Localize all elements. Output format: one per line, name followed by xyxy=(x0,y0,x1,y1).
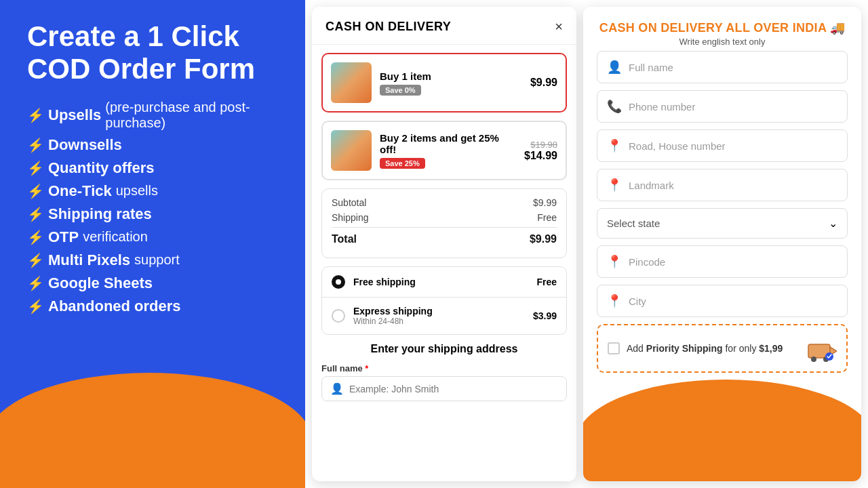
person-icon-right: 👤 xyxy=(607,60,622,75)
priority-shipping-box[interactable]: Add Priority Shipping for only $1,99 xyxy=(597,324,848,373)
product-image-2 xyxy=(331,130,372,171)
shipping-price-free: Free xyxy=(536,277,557,287)
bolt-icon: ⚡ xyxy=(27,107,44,123)
feature-otp: ⚡ OTP verification xyxy=(27,228,278,246)
field-road-placeholder: Road, House number xyxy=(629,140,726,152)
priority-icon xyxy=(807,333,837,363)
priority-bold: Priority Shipping xyxy=(646,343,723,354)
feature-quantity: ⚡ Quantity offers xyxy=(27,159,278,177)
save-badge-1: Save 0% xyxy=(380,85,421,96)
feature-downsells-label: Downsells xyxy=(48,136,122,154)
feature-upsells: ⚡ Upsells (pre-purchase and post-purchas… xyxy=(27,100,278,131)
bolt-icon-7: ⚡ xyxy=(27,252,44,268)
phone-icon: 📞 xyxy=(607,99,622,114)
total-value: $9.99 xyxy=(530,233,557,245)
shipping-price-express: $3.99 xyxy=(533,310,557,321)
bolt-icon-9: ⚡ xyxy=(27,298,44,314)
feature-onetick-label: One-Tick xyxy=(48,182,112,200)
full-name-input[interactable] xyxy=(349,384,558,394)
close-button[interactable]: × xyxy=(555,19,563,35)
bolt-icon-5: ⚡ xyxy=(27,206,44,222)
feature-abandoned: ⚡ Abandoned orders xyxy=(27,298,278,315)
bolt-icon-2: ⚡ xyxy=(27,137,44,153)
feature-quantity-label: Quantity offers xyxy=(48,159,154,177)
order-summary: Subtotal $9.99 Shipping Free Total $9.99 xyxy=(321,188,567,258)
shipping-label: Shipping xyxy=(332,212,369,223)
shipping-name-free: Free shipping xyxy=(353,277,528,287)
shipping-opt-express[interactable]: Express shipping Within 24-48h $3.99 xyxy=(322,298,566,334)
radio-free[interactable] xyxy=(332,275,345,289)
save-badge-2: Save 25% xyxy=(380,158,425,169)
full-name-input-wrapper[interactable]: 👤 xyxy=(321,376,567,401)
feature-pixels-label: Multi Pixels xyxy=(48,251,130,269)
feature-upsells-light: (pre-purchase and post-purchase) xyxy=(105,100,278,131)
state-select[interactable]: Select state ⌄ xyxy=(597,208,848,239)
feature-upsells-bold: Upsells xyxy=(48,106,101,124)
feature-sheets-label: Google Sheets xyxy=(48,274,153,292)
field-pincode[interactable]: 📍 Pincode xyxy=(597,245,848,278)
product-option-1[interactable]: Buy 1 item Save 0% $9.99 xyxy=(321,53,567,113)
field-landmark-placeholder: Landmark xyxy=(629,180,674,191)
field-full-name[interactable]: 👤 Full name xyxy=(597,51,848,83)
product-price-1: $9.99 xyxy=(530,77,557,89)
price-original-2: $19.98 xyxy=(524,140,557,150)
feature-shipping-label: Shipping rates xyxy=(48,205,152,223)
cod-modal: CASH ON DELIVERY × Buy 1 item Save 0% $9… xyxy=(312,7,576,481)
feature-abandoned-label: Abandoned orders xyxy=(48,298,181,315)
bolt-icon-4: ⚡ xyxy=(27,183,44,199)
feature-otp-label: OTP xyxy=(48,228,79,246)
left-panel: Create a 1 Click COD Order Form ⚡ Upsell… xyxy=(0,0,305,488)
field-phone[interactable]: 📞 Phone number xyxy=(597,90,848,123)
priority-price: $1,99 xyxy=(759,343,783,354)
feature-shipping: ⚡ Shipping rates xyxy=(27,205,278,223)
feature-onetick-light: upsells xyxy=(116,183,158,199)
field-landmark[interactable]: 📍 Landmark xyxy=(597,169,848,201)
total-label: Total xyxy=(332,233,357,245)
bolt-icon-6: ⚡ xyxy=(27,229,44,245)
summary-total: Total $9.99 xyxy=(332,227,557,245)
product-image-1 xyxy=(331,62,372,103)
location-icon-landmark: 📍 xyxy=(607,178,622,192)
bolt-icon-8: ⚡ xyxy=(27,275,44,291)
product-info-1: Buy 1 item Save 0% xyxy=(380,70,522,96)
priority-text: Add Priority Shipping for only $1,99 xyxy=(627,343,800,354)
location-icon-road: 📍 xyxy=(607,138,622,153)
subtotal-label: Subtotal xyxy=(332,197,366,208)
field-city[interactable]: 📍 City xyxy=(597,285,848,317)
summary-subtotal: Subtotal $9.99 xyxy=(332,197,557,208)
shipping-name-express: Express shipping xyxy=(353,306,525,317)
feature-pixels-light: support xyxy=(134,252,180,268)
full-name-label: Full name * xyxy=(321,363,567,373)
feature-list: ⚡ Upsells (pre-purchase and post-purchas… xyxy=(27,100,278,315)
modal-header: CASH ON DELIVERY × xyxy=(312,7,576,45)
shipping-info-free: Free shipping xyxy=(353,277,528,287)
price-current-2: $14.99 xyxy=(524,150,557,162)
field-road[interactable]: 📍 Road, House number xyxy=(597,129,848,162)
product-info-2: Buy 2 items and get 25% off! Save 25% xyxy=(380,132,516,169)
right-header-sub: Write english text only xyxy=(597,37,848,47)
state-select-placeholder: Select state xyxy=(607,218,660,229)
modal-title: CASH ON DELIVERY xyxy=(326,20,451,34)
shipping-opt-free[interactable]: Free shipping Free xyxy=(322,267,566,298)
feature-downsells: ⚡ Downsells xyxy=(27,136,278,154)
location-icon-pincode: 📍 xyxy=(607,254,622,269)
priority-checkbox[interactable] xyxy=(608,342,620,354)
shipping-info-express: Express shipping Within 24-48h xyxy=(353,306,525,326)
location-icon-city: 📍 xyxy=(607,293,622,308)
product-option-2[interactable]: Buy 2 items and get 25% off! Save 25% $1… xyxy=(321,121,567,180)
main-title: Create a 1 Click COD Order Form xyxy=(27,20,278,86)
price-current-1: $9.99 xyxy=(530,77,557,89)
shipping-value: Free xyxy=(537,212,557,223)
shipping-options: Free shipping Free Express shipping With… xyxy=(321,266,567,335)
address-title: Enter your shipping address xyxy=(321,343,567,355)
bolt-icon-3: ⚡ xyxy=(27,160,44,176)
right-panel: CASH ON DELIVERY ALL OVER INDIA 🚚 Write … xyxy=(583,7,861,481)
radio-express[interactable] xyxy=(332,309,345,323)
field-full-name-placeholder: Full name xyxy=(629,62,673,73)
subtotal-value: $9.99 xyxy=(533,197,557,208)
product-price-2: $19.98 $14.99 xyxy=(524,140,557,162)
field-city-placeholder: City xyxy=(629,296,646,307)
field-phone-placeholder: Phone number xyxy=(629,101,695,113)
product-name-1: Buy 1 item xyxy=(380,70,522,82)
person-icon: 👤 xyxy=(330,382,344,395)
